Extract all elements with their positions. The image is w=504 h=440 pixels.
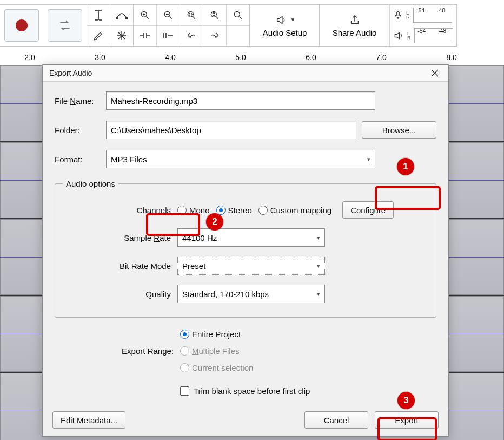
browse-button[interactable]: Browse... [362,121,436,139]
sample-rate-label: Sample Rate [63,233,171,242]
multi-tool[interactable] [110,26,133,47]
channels-custom-radio[interactable]: Custom mapping [258,206,331,215]
record-button[interactable] [4,9,39,42]
bit-rate-mode-label: Bit Rate Mode [63,261,171,271]
share-audio-label: Share Audio [333,28,377,37]
close-button[interactable] [428,66,442,80]
quality-select[interactable]: Standard, 170-210 kbps▾ [177,285,325,303]
ibeam-tool[interactable] [87,5,110,26]
quality-label: Quality [63,290,171,299]
speaker-small-icon [393,30,404,41]
pencil-icon [93,30,104,41]
dialog-title: Export Audio [49,69,92,77]
ibeam-icon [94,9,103,21]
play-meter-bar: -54 -48 [414,28,453,43]
channels-mono-radio[interactable]: Mono [177,206,210,215]
draw-tool[interactable] [87,26,110,47]
rec-meter[interactable]: LR -54 -48 [390,5,456,25]
record-icon [16,19,28,31]
redo-icon [209,31,220,40]
zoom-toggle-icon [233,10,243,21]
timeline-ruler[interactable]: 2.0 3.0 4.0 5.0 6.0 7.0 8.0 [0,50,504,65]
cancel-button[interactable]: Cancel [304,411,368,429]
svg-point-5 [211,11,216,17]
loop-button[interactable] [48,9,82,42]
close-icon [431,69,439,77]
zoom-in-tool[interactable] [134,5,156,26]
lr-label-2: LR [407,31,411,40]
svg-rect-7 [397,11,400,16]
range-current-radio[interactable]: Current selection [180,363,253,372]
empty-cell [227,26,249,47]
svg-point-6 [234,11,240,17]
play-meter[interactable]: LR -54 -48 [390,25,456,46]
svg-point-0 [116,17,118,19]
speaker-icon [274,14,288,26]
range-entire-radio[interactable]: Entire Project [180,330,253,339]
trim-icon [139,32,151,40]
lr-label: LR [406,11,410,19]
dialog-titlebar[interactable]: Export Audio [43,65,448,82]
export-range-label: Export Range: [55,346,174,356]
audio-options-legend: Audio options [63,179,118,188]
channels-label: Channels [63,206,171,215]
zoom-out-tool[interactable] [157,5,180,26]
share-icon [348,14,361,26]
export-button[interactable]: Export [375,411,439,429]
checkbox-icon [180,386,189,396]
rec-meter-bar: -54 -48 [413,8,452,23]
envelope-tool[interactable] [110,5,133,26]
configure-button[interactable]: Configure [342,201,394,219]
multi-icon [116,30,127,41]
svg-point-4 [188,11,193,17]
chevron-down-icon: ▾ [317,234,320,241]
chevron-down-icon: ▾ [317,291,320,298]
audio-setup-button[interactable]: ▼ Audio Setup [250,5,319,46]
chevron-down-icon: ▾ [317,262,320,270]
toolbar: ▼ Audio Setup Share Audio LR -54 -48 [0,4,457,47]
fit-selection-icon [186,10,197,21]
audio-setup-label: Audio Setup [263,28,307,37]
fit-selection-tool[interactable] [180,5,203,26]
trim-tool[interactable] [134,26,156,47]
audio-options-group: Audio options Channels Mono Stereo Custo… [55,179,436,318]
edit-metadata-button[interactable]: Edit Metadata... [52,411,125,429]
file-name-label: File Name: [55,96,101,106]
silence-icon [162,32,174,40]
loop-icon [58,18,72,32]
folder-label: Folder: [55,126,101,135]
format-label: Format: [55,155,101,164]
folder-input[interactable] [106,121,356,139]
sample-rate-select[interactable]: 44100 Hz▾ [177,228,325,247]
export-audio-dialog: Export Audio File Name: Folder: Browse..… [42,64,449,437]
redo-button[interactable] [203,26,226,47]
format-select[interactable]: MP3 Files ▾ [106,150,375,168]
format-value: MP3 Files [111,155,147,164]
trim-blank-checkbox[interactable]: Trim blank space before first clip [180,386,310,396]
silence-tool[interactable] [157,26,180,47]
share-audio-button[interactable]: Share Audio [320,5,389,46]
zoom-toggle-tool[interactable] [227,5,249,26]
range-multiple-radio[interactable]: Multiple Files [180,346,253,356]
channels-stereo-radio[interactable]: Stereo [216,206,252,215]
fit-project-tool[interactable] [203,5,226,26]
envelope-icon [116,11,128,19]
file-name-input[interactable] [106,91,375,110]
zoom-out-icon [163,10,174,21]
undo-button[interactable] [180,26,203,47]
chevron-down-icon: ▾ [367,156,370,163]
undo-icon [186,31,197,40]
svg-point-1 [125,17,128,19]
bit-rate-mode-select[interactable]: Preset▾ [177,257,325,275]
zoom-in-icon [140,10,150,21]
mic-icon [393,9,403,21]
fit-project-icon [209,10,220,21]
